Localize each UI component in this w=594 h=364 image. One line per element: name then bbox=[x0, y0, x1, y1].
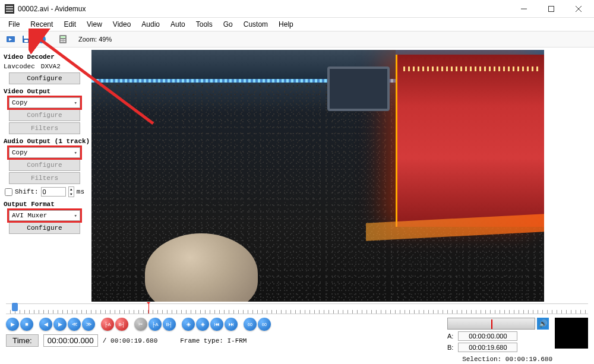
video-filters-button[interactable]: Filters bbox=[9, 122, 80, 134]
output-format-select[interactable]: AVI Muxer▾ bbox=[9, 210, 80, 221]
menu-custom[interactable]: Custom bbox=[239, 19, 273, 30]
volume-slider[interactable] bbox=[447, 318, 535, 330]
volume-button[interactable]: 🔊 bbox=[537, 318, 549, 330]
video-output-title: Video Output bbox=[4, 88, 86, 95]
svg-rect-20 bbox=[61, 41, 62, 42]
svg-rect-3 bbox=[6, 11, 13, 12]
time-total: / 00:00:19.680 bbox=[103, 337, 157, 344]
window-title: 00002.avi - Avidemux bbox=[18, 5, 516, 13]
svg-rect-16 bbox=[61, 36, 65, 38]
shift-unit: ms bbox=[77, 188, 84, 195]
menu-audio[interactable]: Audio bbox=[137, 19, 165, 30]
video-output-select[interactable]: Copy▾ bbox=[9, 97, 80, 108]
svg-rect-12 bbox=[24, 40, 28, 42]
video-output-value: Copy bbox=[12, 99, 27, 106]
output-format-title: Output Format bbox=[4, 201, 86, 208]
timeline[interactable] bbox=[6, 303, 588, 314]
calculator-button[interactable] bbox=[56, 32, 70, 46]
shift-input[interactable] bbox=[41, 187, 66, 197]
svg-rect-18 bbox=[62, 39, 64, 40]
marker-a-value: 00:00:00.000 bbox=[458, 331, 517, 341]
timeline-marker bbox=[148, 304, 149, 314]
next-frame-button[interactable]: ▶ bbox=[53, 318, 67, 331]
minimize-button[interactable] bbox=[516, 3, 532, 15]
transport-controls: ▶ ■ ◀ ▶ ≪ ≫ ├A B┤ ✂ ├A B┤ ◈ ◈ ⏮ ⏭ 60 60 bbox=[6, 318, 271, 331]
output-format-value: AVI Muxer bbox=[12, 212, 47, 219]
svg-rect-19 bbox=[64, 39, 65, 40]
preview-thumbnail bbox=[555, 318, 588, 349]
maximize-button[interactable] bbox=[543, 3, 560, 15]
svg-text:i: i bbox=[40, 36, 42, 43]
back-60-button[interactable]: 60 bbox=[244, 318, 257, 331]
menu-auto[interactable]: Auto bbox=[166, 19, 190, 30]
video-preview-area bbox=[89, 48, 594, 301]
marker-b-label: B: bbox=[447, 344, 453, 351]
menu-tools[interactable]: Tools bbox=[191, 19, 217, 30]
set-marker-a-button[interactable]: ├A bbox=[101, 318, 114, 331]
shift-spinner[interactable]: ▲▼ bbox=[68, 186, 74, 197]
save-video-button[interactable] bbox=[19, 32, 33, 46]
menu-file[interactable]: File bbox=[4, 19, 24, 30]
time-button[interactable]: Time: bbox=[6, 334, 39, 347]
menu-view[interactable]: View bbox=[82, 19, 107, 30]
svg-rect-22 bbox=[64, 41, 65, 42]
selection-label: Selection: 00:00:19.680 bbox=[462, 356, 552, 363]
svg-rect-17 bbox=[61, 39, 62, 40]
fwd-60-button[interactable]: 60 bbox=[258, 318, 271, 331]
audio-filters-button[interactable]: Filters bbox=[9, 172, 80, 184]
marker-b-value: 00:00:19.680 bbox=[458, 343, 517, 352]
set-marker-b-button[interactable]: B┤ bbox=[115, 318, 128, 331]
video-decoder-title: Video Decoder bbox=[4, 53, 86, 61]
decoder-codec-label: Lavcodec bbox=[4, 63, 35, 70]
menubar: File Recent Edit View Video Audio Auto T… bbox=[0, 18, 594, 31]
open-video-button[interactable] bbox=[4, 32, 18, 46]
zoom-label: Zoom: 49% bbox=[78, 36, 112, 43]
window-titlebar: 00002.avi - Avidemux bbox=[0, 0, 594, 18]
audio-output-select[interactable]: Copy▾ bbox=[9, 147, 80, 158]
toolbar: i Zoom: 49% bbox=[0, 31, 594, 48]
prev-black-button[interactable]: ◈ bbox=[182, 318, 195, 331]
menu-recent[interactable]: Recent bbox=[26, 19, 58, 30]
menu-go[interactable]: Go bbox=[219, 19, 238, 30]
decoder-accel-label: DXVA2 bbox=[41, 63, 61, 70]
audio-output-title: Audio Output (1 track) bbox=[4, 138, 86, 145]
next-keyframe-button[interactable]: ≫ bbox=[82, 318, 95, 331]
audio-output-value: Copy bbox=[12, 149, 27, 156]
time-input[interactable] bbox=[43, 334, 98, 347]
info-button[interactable]: i bbox=[34, 32, 49, 46]
decoder-configure-button[interactable]: Configure bbox=[9, 72, 80, 84]
svg-rect-11 bbox=[24, 36, 29, 39]
shift-checkbox[interactable] bbox=[5, 188, 12, 196]
video-configure-button[interactable]: Configure bbox=[9, 109, 80, 121]
goto-start-button[interactable]: ⏮ bbox=[210, 318, 223, 331]
menu-help[interactable]: Help bbox=[274, 19, 298, 30]
frame-type: Frame type: I-FRM bbox=[180, 337, 247, 344]
goto-a-button[interactable]: ├A bbox=[148, 318, 162, 331]
svg-rect-2 bbox=[6, 8, 13, 10]
chevron-down-icon: ▾ bbox=[74, 150, 77, 156]
audio-configure-button[interactable]: Configure bbox=[9, 159, 80, 171]
prev-keyframe-button[interactable]: ≪ bbox=[68, 318, 81, 331]
next-black-button[interactable]: ◈ bbox=[196, 318, 209, 331]
svg-rect-21 bbox=[62, 41, 64, 42]
svg-rect-1 bbox=[6, 6, 13, 7]
svg-rect-5 bbox=[549, 6, 554, 11]
chevron-down-icon: ▾ bbox=[74, 213, 77, 219]
marker-a-label: A: bbox=[447, 333, 453, 340]
menu-video[interactable]: Video bbox=[108, 19, 135, 30]
format-configure-button[interactable]: Configure bbox=[9, 222, 80, 234]
timeline-cursor[interactable] bbox=[12, 303, 18, 311]
goto-b-button[interactable]: B┤ bbox=[163, 318, 176, 331]
goto-end-button[interactable]: ⏭ bbox=[225, 318, 238, 331]
prev-frame-button[interactable]: ◀ bbox=[39, 318, 52, 331]
chevron-down-icon: ▾ bbox=[74, 100, 77, 106]
cut-button[interactable]: ✂ bbox=[134, 318, 147, 331]
play-button[interactable]: ▶ bbox=[6, 318, 19, 331]
shift-label: Shift: bbox=[15, 188, 39, 195]
video-frame bbox=[91, 50, 544, 302]
app-icon bbox=[5, 4, 14, 14]
sidebar: Video Decoder Lavcodec DXVA2 Configure V… bbox=[0, 48, 89, 301]
stop-button[interactable]: ■ bbox=[20, 318, 33, 331]
close-button[interactable] bbox=[570, 3, 587, 15]
menu-edit[interactable]: Edit bbox=[59, 19, 81, 30]
